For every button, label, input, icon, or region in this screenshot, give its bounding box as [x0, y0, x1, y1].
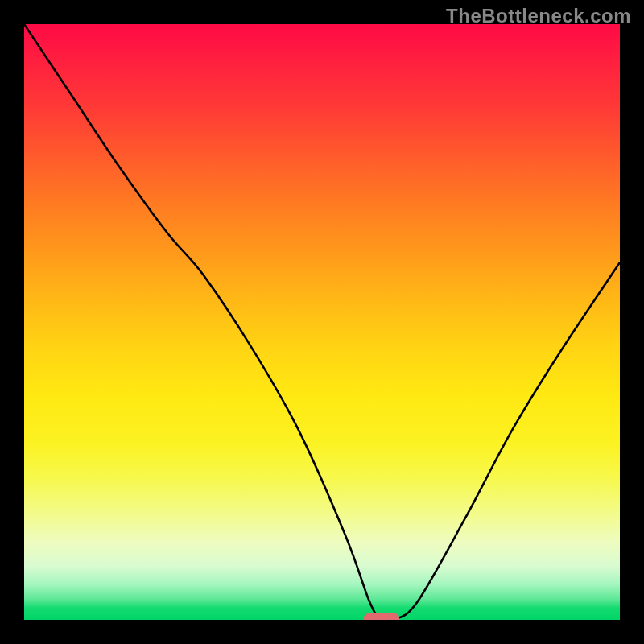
chart-container: TheBottleneck.com: [0, 0, 644, 644]
bottleneck-marker: [364, 613, 399, 620]
bottleneck-curve: [24, 24, 620, 620]
plot-area: [24, 24, 620, 620]
watermark-label: TheBottleneck.com: [446, 5, 631, 27]
chart-svg: [24, 24, 620, 620]
